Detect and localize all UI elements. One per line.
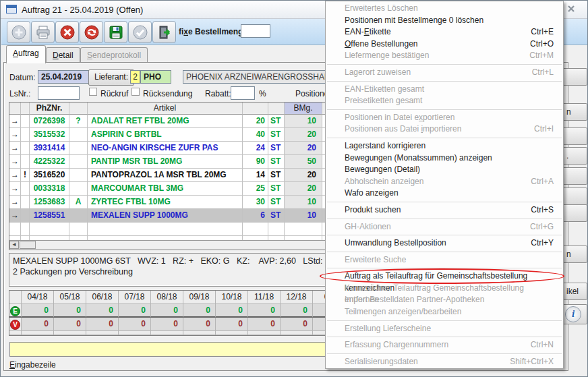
menu-item-shortcut: Ctrl+A	[531, 176, 554, 188]
menu-item[interactable]: EAN-EtiketteCtrl+E	[326, 26, 563, 38]
right-panel-button-fragment[interactable]: ikel	[560, 283, 587, 300]
rueckruf-label: Rückruf	[100, 89, 128, 98]
right-panel-button-fragment[interactable]	[560, 187, 587, 205]
menu-item-label: Umwandlung Bestellposition	[345, 237, 446, 250]
menu-item: Import Bestelldaten Partner-Apotheken	[326, 294, 563, 306]
menu-item[interactable]: Positionen mit Bestellmenge 0 löschen	[326, 15, 563, 27]
menu-item: Teilmengen anzeigen/bearbeiten	[326, 306, 563, 318]
menu-item[interactable]: Umwandlung BestellpositionCtrl+Y	[326, 237, 563, 250]
menu-item-label: Liefermenge bestätigen	[345, 50, 429, 62]
tab-detail[interactable]: Detail	[46, 47, 80, 63]
menu-item: Erweiterte Suche	[326, 254, 563, 266]
right-panel-button-fragment[interactable]: .	[560, 147, 587, 165]
menu-item-label: Positionen in Datei exportieren	[345, 112, 454, 124]
menu-item: Kennzeichen Teilauftrag Gemeinschaftsbes…	[326, 283, 563, 295]
delete-icon	[59, 24, 76, 40]
menu-item-label: Offene Bestellungen	[345, 38, 418, 51]
rueckruf-checkbox[interactable]	[89, 88, 97, 96]
row-arrow-icon: →	[9, 182, 21, 196]
undo-icon	[84, 24, 100, 40]
exit-button[interactable]	[152, 21, 176, 43]
right-panel-button-fragment[interactable]: n	[560, 103, 587, 121]
sales-row-icon: V	[10, 320, 20, 330]
menu-item-label: Erweiterte Suche	[345, 254, 406, 266]
row-arrow-icon: →	[9, 115, 21, 128]
menu-item[interactable]: Lagerstand korrigieren	[326, 140, 563, 152]
menu-item-shortcut: Ctrl+N	[531, 339, 554, 351]
right-panel-button-fragment[interactable]	[560, 167, 587, 185]
scrollbar-thumb[interactable]	[20, 241, 36, 249]
row-arrow-icon: →	[9, 155, 21, 169]
lsnr-input[interactable]	[38, 86, 80, 100]
right-panel-button-fragment[interactable]	[560, 127, 587, 145]
confirm-icon	[132, 24, 148, 40]
datum-label: Datum:	[9, 73, 36, 82]
lieferant-button[interactable]: Lieferant:	[88, 69, 134, 86]
menu-item-shortcut: Ctrl+S	[531, 204, 554, 216]
menu-separator	[327, 252, 562, 252]
menu-item: Liefermenge bestätigenCtrl+M	[326, 50, 563, 62]
save-icon	[108, 24, 124, 40]
menu-item-label: Positionen aus Datei importieren	[345, 123, 461, 136]
menu-item-label: Erstellung Lieferscheine	[345, 323, 431, 335]
menu-item: Erstellung Lieferscheine	[326, 323, 563, 335]
menu-item-label: GH-Aktionen	[345, 221, 391, 233]
save-button[interactable]	[104, 21, 127, 43]
print-button[interactable]	[31, 21, 55, 43]
window-icon	[6, 5, 17, 13]
menu-item[interactable]: Auftrag als Teilauftrag für Gemeinschaft…	[326, 270, 563, 283]
menu-item-label: Preisetiketten gesamt	[345, 95, 422, 107]
menu-item-label: Import Bestelldaten Partner-Apotheken	[345, 294, 484, 306]
close-button[interactable]	[563, 3, 579, 15]
exit-icon	[156, 24, 173, 40]
ruecksendung-checkbox[interactable]	[131, 88, 140, 96]
menu-separator	[327, 235, 562, 235]
menu-item: Preisetiketten gesamt	[326, 95, 563, 107]
right-panel-button-fragment[interactable]	[560, 68, 587, 86]
menu-item[interactable]: Offene BestellungenCtrl+O	[326, 38, 563, 51]
menu-item-label: Wafo anzeigen	[345, 187, 399, 200]
menu-separator	[327, 219, 562, 219]
lieferant-code-field[interactable]: PHO	[140, 70, 171, 84]
menu-item-label: EAN-Etiketten gesamt	[345, 84, 424, 96]
lieferant-number-field[interactable]: 2	[130, 70, 140, 84]
menu-item: Positionen in Datei exportieren	[326, 112, 563, 124]
menu-separator	[327, 353, 562, 354]
menu-item-label: Erfassung Chargennummern	[345, 339, 448, 351]
menu-item-shortcut: Ctrl+Y	[531, 237, 554, 250]
menu-item: Abholschein anzeigenCtrl+A	[326, 176, 563, 188]
menu-item-shortcut: Ctrl+L	[532, 67, 554, 79]
delete-button[interactable]	[55, 21, 79, 43]
fixed-order-qty-input[interactable]	[241, 24, 270, 38]
menu-item-shortcut: Shift+Ctrl+X	[510, 356, 554, 368]
menu-separator	[327, 202, 562, 202]
menu-item-label: EAN-Etikette	[345, 26, 391, 38]
menu-item: Lagerort zuweisenCtrl+L	[326, 67, 563, 79]
add-button[interactable]	[7, 21, 30, 43]
menu-item-label: Positionen mit Bestellmenge 0 löschen	[345, 15, 483, 27]
menu-item[interactable]: Bewegungen (Detail)	[326, 164, 563, 176]
menu-item: SerialisierungsdatenShift+Ctrl+X	[326, 356, 563, 368]
menu-item-label: Bewegungen (Detail)	[345, 164, 420, 176]
scroll-left-icon[interactable]: ◄	[9, 241, 19, 249]
menu-item[interactable]: Produkt suchenCtrl+S	[326, 204, 563, 216]
menu-item-label: Kennzeichen Teilauftrag Gemeinschaftsbes…	[345, 283, 554, 295]
menu-item-shortcut: Ctrl+M	[529, 50, 554, 62]
add-icon	[11, 24, 27, 40]
right-panel-button-fragment[interactable]	[560, 204, 587, 222]
undo-button[interactable]	[80, 21, 103, 43]
app-window: Auftrag 21 - 25.04.2019 (Offen)	[0, 0, 588, 377]
menu-separator	[327, 109, 562, 110]
menu-item-label: Erweitertes Löschen	[345, 3, 418, 15]
menu-item[interactable]: Wafo anzeigen	[326, 187, 563, 200]
tab-auftrag[interactable]: Auftrag	[6, 45, 46, 63]
confirm-button[interactable]	[128, 21, 152, 43]
menu-item: Erfassung ChargennummernCtrl+N	[326, 339, 563, 351]
menu-item[interactable]: Bewegungen (Monatssummen) anzeigen	[326, 152, 563, 165]
info-button[interactable]: i	[560, 304, 587, 324]
rabatt-input[interactable]	[231, 86, 255, 100]
menu-separator	[327, 337, 562, 337]
purchases-row-icon: E	[10, 306, 20, 316]
right-panel-button-fragment[interactable]: n	[560, 245, 587, 263]
tab-sendeprotokoll: Sendeprotokoll	[80, 47, 148, 63]
